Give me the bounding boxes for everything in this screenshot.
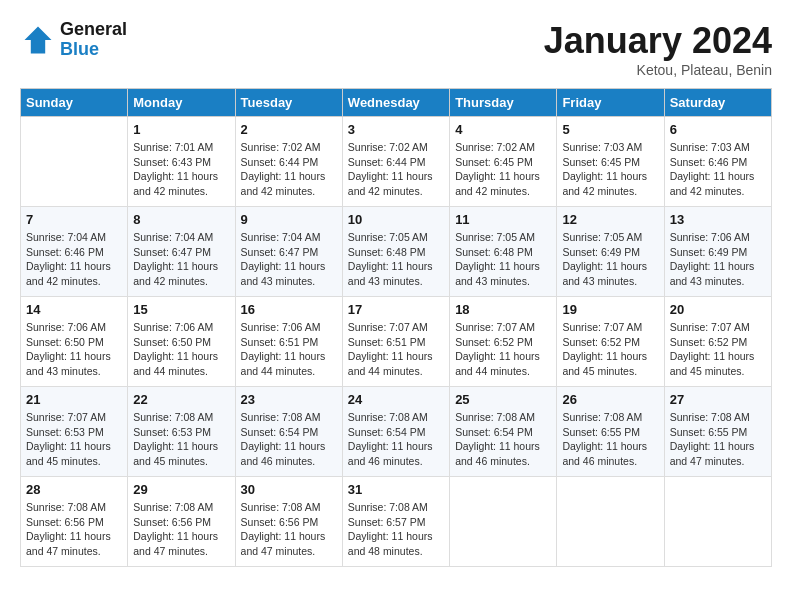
- calendar-cell: 3Sunrise: 7:02 AM Sunset: 6:44 PM Daylig…: [342, 117, 449, 207]
- day-info: Sunrise: 7:02 AM Sunset: 6:45 PM Dayligh…: [455, 140, 551, 199]
- day-number: 27: [670, 392, 766, 407]
- location-subtitle: Ketou, Plateau, Benin: [544, 62, 772, 78]
- calendar-cell: 30Sunrise: 7:08 AM Sunset: 6:56 PM Dayli…: [235, 477, 342, 567]
- calendar-week-row: 21Sunrise: 7:07 AM Sunset: 6:53 PM Dayli…: [21, 387, 772, 477]
- day-number: 4: [455, 122, 551, 137]
- weekday-header: Sunday: [21, 89, 128, 117]
- day-number: 12: [562, 212, 658, 227]
- calendar-cell: [21, 117, 128, 207]
- calendar-cell: 22Sunrise: 7:08 AM Sunset: 6:53 PM Dayli…: [128, 387, 235, 477]
- weekday-header: Wednesday: [342, 89, 449, 117]
- day-number: 13: [670, 212, 766, 227]
- day-info: Sunrise: 7:08 AM Sunset: 6:54 PM Dayligh…: [455, 410, 551, 469]
- day-info: Sunrise: 7:08 AM Sunset: 6:54 PM Dayligh…: [241, 410, 337, 469]
- day-number: 2: [241, 122, 337, 137]
- calendar-week-row: 28Sunrise: 7:08 AM Sunset: 6:56 PM Dayli…: [21, 477, 772, 567]
- day-number: 9: [241, 212, 337, 227]
- day-number: 29: [133, 482, 229, 497]
- calendar-cell: 2Sunrise: 7:02 AM Sunset: 6:44 PM Daylig…: [235, 117, 342, 207]
- calendar-cell: 19Sunrise: 7:07 AM Sunset: 6:52 PM Dayli…: [557, 297, 664, 387]
- day-number: 31: [348, 482, 444, 497]
- day-number: 7: [26, 212, 122, 227]
- calendar-cell: 14Sunrise: 7:06 AM Sunset: 6:50 PM Dayli…: [21, 297, 128, 387]
- day-number: 14: [26, 302, 122, 317]
- calendar-cell: 21Sunrise: 7:07 AM Sunset: 6:53 PM Dayli…: [21, 387, 128, 477]
- day-info: Sunrise: 7:08 AM Sunset: 6:55 PM Dayligh…: [670, 410, 766, 469]
- day-number: 21: [26, 392, 122, 407]
- day-info: Sunrise: 7:02 AM Sunset: 6:44 PM Dayligh…: [348, 140, 444, 199]
- day-number: 30: [241, 482, 337, 497]
- day-info: Sunrise: 7:05 AM Sunset: 6:49 PM Dayligh…: [562, 230, 658, 289]
- weekday-header: Thursday: [450, 89, 557, 117]
- day-number: 1: [133, 122, 229, 137]
- day-number: 8: [133, 212, 229, 227]
- day-number: 17: [348, 302, 444, 317]
- logo-line1: General: [60, 20, 127, 40]
- day-number: 26: [562, 392, 658, 407]
- day-number: 6: [670, 122, 766, 137]
- day-number: 19: [562, 302, 658, 317]
- day-number: 24: [348, 392, 444, 407]
- calendar-cell: 11Sunrise: 7:05 AM Sunset: 6:48 PM Dayli…: [450, 207, 557, 297]
- calendar-week-row: 1Sunrise: 7:01 AM Sunset: 6:43 PM Daylig…: [21, 117, 772, 207]
- day-info: Sunrise: 7:04 AM Sunset: 6:46 PM Dayligh…: [26, 230, 122, 289]
- calendar-cell: 6Sunrise: 7:03 AM Sunset: 6:46 PM Daylig…: [664, 117, 771, 207]
- calendar-week-row: 14Sunrise: 7:06 AM Sunset: 6:50 PM Dayli…: [21, 297, 772, 387]
- day-info: Sunrise: 7:06 AM Sunset: 6:50 PM Dayligh…: [133, 320, 229, 379]
- day-info: Sunrise: 7:07 AM Sunset: 6:52 PM Dayligh…: [670, 320, 766, 379]
- calendar-cell: 15Sunrise: 7:06 AM Sunset: 6:50 PM Dayli…: [128, 297, 235, 387]
- calendar-body: 1Sunrise: 7:01 AM Sunset: 6:43 PM Daylig…: [21, 117, 772, 567]
- calendar-cell: 28Sunrise: 7:08 AM Sunset: 6:56 PM Dayli…: [21, 477, 128, 567]
- day-info: Sunrise: 7:08 AM Sunset: 6:56 PM Dayligh…: [241, 500, 337, 559]
- calendar-cell: 10Sunrise: 7:05 AM Sunset: 6:48 PM Dayli…: [342, 207, 449, 297]
- day-info: Sunrise: 7:06 AM Sunset: 6:49 PM Dayligh…: [670, 230, 766, 289]
- calendar-cell: 7Sunrise: 7:04 AM Sunset: 6:46 PM Daylig…: [21, 207, 128, 297]
- weekday-header: Saturday: [664, 89, 771, 117]
- day-info: Sunrise: 7:07 AM Sunset: 6:52 PM Dayligh…: [455, 320, 551, 379]
- day-number: 28: [26, 482, 122, 497]
- day-info: Sunrise: 7:05 AM Sunset: 6:48 PM Dayligh…: [348, 230, 444, 289]
- day-number: 5: [562, 122, 658, 137]
- calendar-cell: 16Sunrise: 7:06 AM Sunset: 6:51 PM Dayli…: [235, 297, 342, 387]
- day-info: Sunrise: 7:08 AM Sunset: 6:55 PM Dayligh…: [562, 410, 658, 469]
- calendar-cell: 1Sunrise: 7:01 AM Sunset: 6:43 PM Daylig…: [128, 117, 235, 207]
- day-info: Sunrise: 7:01 AM Sunset: 6:43 PM Dayligh…: [133, 140, 229, 199]
- day-info: Sunrise: 7:08 AM Sunset: 6:56 PM Dayligh…: [133, 500, 229, 559]
- title-block: January 2024 Ketou, Plateau, Benin: [544, 20, 772, 78]
- calendar-cell: 5Sunrise: 7:03 AM Sunset: 6:45 PM Daylig…: [557, 117, 664, 207]
- day-info: Sunrise: 7:05 AM Sunset: 6:48 PM Dayligh…: [455, 230, 551, 289]
- calendar-cell: 20Sunrise: 7:07 AM Sunset: 6:52 PM Dayli…: [664, 297, 771, 387]
- calendar-cell: 27Sunrise: 7:08 AM Sunset: 6:55 PM Dayli…: [664, 387, 771, 477]
- calendar-cell: 18Sunrise: 7:07 AM Sunset: 6:52 PM Dayli…: [450, 297, 557, 387]
- day-info: Sunrise: 7:04 AM Sunset: 6:47 PM Dayligh…: [133, 230, 229, 289]
- day-info: Sunrise: 7:02 AM Sunset: 6:44 PM Dayligh…: [241, 140, 337, 199]
- day-number: 20: [670, 302, 766, 317]
- weekday-header: Friday: [557, 89, 664, 117]
- calendar-cell: 29Sunrise: 7:08 AM Sunset: 6:56 PM Dayli…: [128, 477, 235, 567]
- day-number: 10: [348, 212, 444, 227]
- day-info: Sunrise: 7:04 AM Sunset: 6:47 PM Dayligh…: [241, 230, 337, 289]
- calendar-cell: 13Sunrise: 7:06 AM Sunset: 6:49 PM Dayli…: [664, 207, 771, 297]
- calendar-cell: [557, 477, 664, 567]
- day-info: Sunrise: 7:07 AM Sunset: 6:53 PM Dayligh…: [26, 410, 122, 469]
- day-info: Sunrise: 7:03 AM Sunset: 6:46 PM Dayligh…: [670, 140, 766, 199]
- calendar-cell: 24Sunrise: 7:08 AM Sunset: 6:54 PM Dayli…: [342, 387, 449, 477]
- weekday-header: Tuesday: [235, 89, 342, 117]
- day-number: 22: [133, 392, 229, 407]
- calendar-cell: [450, 477, 557, 567]
- day-info: Sunrise: 7:08 AM Sunset: 6:54 PM Dayligh…: [348, 410, 444, 469]
- day-info: Sunrise: 7:06 AM Sunset: 6:50 PM Dayligh…: [26, 320, 122, 379]
- day-info: Sunrise: 7:08 AM Sunset: 6:57 PM Dayligh…: [348, 500, 444, 559]
- svg-marker-0: [25, 26, 52, 53]
- calendar-cell: [664, 477, 771, 567]
- page-header: General Blue January 2024 Ketou, Plateau…: [20, 20, 772, 78]
- day-number: 15: [133, 302, 229, 317]
- calendar-cell: 8Sunrise: 7:04 AM Sunset: 6:47 PM Daylig…: [128, 207, 235, 297]
- day-info: Sunrise: 7:07 AM Sunset: 6:52 PM Dayligh…: [562, 320, 658, 379]
- logo: General Blue: [20, 20, 127, 60]
- calendar-header: SundayMondayTuesdayWednesdayThursdayFrid…: [21, 89, 772, 117]
- day-number: 11: [455, 212, 551, 227]
- day-info: Sunrise: 7:08 AM Sunset: 6:53 PM Dayligh…: [133, 410, 229, 469]
- calendar-cell: 23Sunrise: 7:08 AM Sunset: 6:54 PM Dayli…: [235, 387, 342, 477]
- logo-icon: [20, 22, 56, 58]
